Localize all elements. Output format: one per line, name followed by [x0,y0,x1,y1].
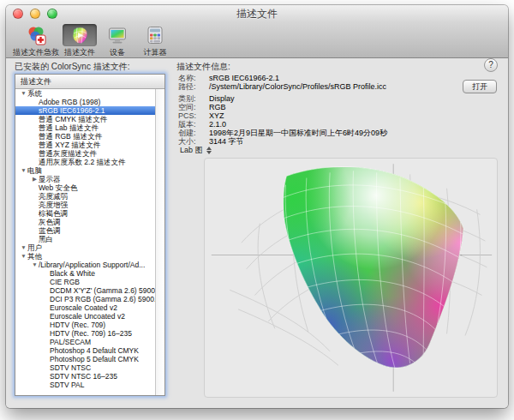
titlebar[interactable]: 描述文件 [6,5,508,22]
tree-item[interactable]: 灰色调 [15,218,155,226]
profile-info-rows: 名称: sRGB IEC61966-2.1 路径: /System/Librar… [178,74,457,146]
tree-item[interactable]: 普通 RGB 描述文件 [15,132,155,141]
toolbar-profile-first-aid[interactable]: 描述文件急救 [13,22,59,58]
tree-item[interactable]: 系统 [15,89,155,98]
info-row: 路径: /System/Library/ColorSync/Profiles/s… [178,82,457,91]
tree-item[interactable]: DCDM X'Y'Z' (Gamma 2.6) 5900... [15,286,155,295]
toolbar-devices[interactable]: 设备 [100,22,134,58]
info-value: /System/Library/ColorSync/Profiles/sRGB … [209,82,386,91]
tree-item[interactable]: SDTV NTSC [15,363,155,372]
tree-item[interactable]: 用户 [15,243,155,252]
disclosure-triangle-icon[interactable] [31,261,39,269]
tree-item-label: 蓝色调 [39,226,61,235]
disclosure-triangle-icon[interactable] [31,175,39,183]
disclosure-triangle-icon[interactable] [20,89,27,98]
info-row: 类别: Display [178,94,457,103]
tree-item-label: 电脑 [27,166,42,175]
info-value: 3144 字节 [209,137,244,146]
content-area: 已安装的 ColorSync 描述文件: 描述文件 系统 Adobe RGB (… [6,58,508,408]
tree-item-label: 亮度减弱 [39,192,68,201]
toolbar: 描述文件急救 描述文件 [6,22,508,58]
profiles-listbox: 描述文件 系统 Adobe RGB (1998) sRGB IEC61966-2… [15,74,165,396]
info-row: 大小: 3144 字节 [178,137,457,146]
tree-item[interactable]: 电脑 [15,166,155,175]
tree-item-label: CIE RGB [50,278,80,286]
profiles-icon [63,24,97,46]
tree-item-label: DCDM X'Y'Z' (Gamma 2.6) 5900... [50,286,155,295]
tree-item[interactable]: 普通灰度描述文件 [15,149,155,158]
tree-item[interactable]: 其他 [15,252,155,261]
open-button[interactable]: 打开 [463,80,497,93]
tree-item-label: SDTV NTSC 16–235 [50,372,117,381]
tree-item[interactable]: 普通 XYZ 描述文件 [15,141,155,149]
lab-plot-popup[interactable]: Lab 图 [180,145,212,156]
tree-item[interactable]: SDTV PAL [15,381,155,389]
tree-item[interactable]: SDTV NTSC 16–235 [15,372,155,381]
tree-item-label: HDTV (Rec. 709) [50,321,105,329]
tree-item[interactable]: HDTV (Rec. 709) [15,321,155,329]
tree-item-label: 普通灰度描述文件 [39,149,97,158]
profiles-tree: 系统 Adobe RGB (1998) sRGB IEC61966-2.1 普通… [15,89,155,395]
tree-item[interactable]: 显示器 [15,175,155,183]
devices-icon [100,24,134,46]
tree-item[interactable]: 亮度增强 [15,201,155,209]
tree-item-label: DCI P3 RGB (Gamma 2.6) 5900... [50,295,155,303]
info-row: 空间: RGB [178,103,457,111]
gamut-3d-view [205,159,497,397]
tree-item[interactable]: CIE RGB [15,278,155,286]
tree-item-label: 其他 [27,252,42,261]
info-value: 1998年2月9日星期一中国标准时间上午6时49分09秒 [209,129,387,137]
calculator-icon [138,24,172,46]
disclosure-triangle-icon[interactable] [20,252,27,261]
info-label: 创建: [178,129,209,137]
tree-item[interactable]: Black & White [15,269,155,278]
tree-item-label: 普通 RGB 描述文件 [39,132,102,141]
help-button[interactable]: ? [484,58,498,72]
tree-item[interactable]: Euroscale Coated v2 [15,303,155,312]
tree-item[interactable]: Web 安全色 [15,183,155,192]
info-value: sRGB IEC61966-2.1 [209,74,279,82]
tree-item[interactable]: DCI P3 RGB (Gamma 2.6) 5900... [15,295,155,303]
toolbar-label: 计算器 [144,47,167,58]
tree-item[interactable]: Photoshop 4 Default CMYK [15,346,155,355]
tree-item-label: 亮度增强 [39,201,68,209]
info-label: 名称: [178,74,209,82]
tree-item-label: 通用灰度系数 2.2 描述文件 [39,158,126,166]
tree-item-label: 棕褐色调 [39,209,68,218]
info-row: 创建: 1998年2月9日星期一中国标准时间上午6时49分09秒 [178,129,457,137]
tree-item-label: 灰色调 [39,218,61,226]
tree-item-label: /Library/Application Support/Ad... [39,261,145,269]
profile-first-aid-icon [19,24,53,46]
info-value: XYZ [209,111,224,120]
lab-gamut-plot[interactable] [204,158,498,398]
tree-item-label: 系统 [27,89,42,98]
tree-item[interactable]: Photoshop 5 Default CMYK [15,355,155,363]
info-row: 名称: sRGB IEC61966-2.1 [178,74,457,82]
disclosure-triangle-icon[interactable] [20,243,27,252]
tree-item[interactable]: Adobe RGB (1998) [15,98,155,106]
toolbar-profiles[interactable]: 描述文件 [63,22,97,58]
tree-item[interactable]: Euroscale Uncoated v2 [15,312,155,321]
tree-item[interactable]: PAL/SECAM [15,338,155,346]
info-label: 空间: [178,103,209,111]
tree-item[interactable]: /Library/Application Support/Ad... [15,261,155,269]
tree-item-label: Adobe RGB (1998) [39,98,100,106]
disclosure-triangle-icon[interactable] [20,166,27,175]
tree-item[interactable]: HDTV (Rec. 709) 16–235 [15,329,155,338]
tree-item[interactable]: sRGB IEC61966-2.1 [15,106,155,115]
tree-item[interactable]: 蓝色调 [15,226,155,235]
tree-item-label: SDTV PAL [50,381,84,389]
tree-item[interactable]: 通用灰度系数 2.2 描述文件 [15,158,155,166]
tree-item[interactable]: 亮度减弱 [15,192,155,201]
profile-info-heading: 描述文件信息: [176,61,230,73]
tree-item-label: Photoshop 4 Default CMYK [50,346,139,355]
info-label: 路径: [178,82,209,91]
list-scrollbar[interactable] [155,89,164,395]
tree-item[interactable]: 普通 Lab 描述文件 [15,123,155,132]
tree-item-label: 普通 XYZ 描述文件 [39,141,100,149]
tree-item[interactable]: 棕褐色调 [15,209,155,218]
tree-item[interactable]: 黑白 [15,235,155,243]
tree-item[interactable]: 普通 CMYK 描述文件 [15,115,155,123]
toolbar-calculator[interactable]: 计算器 [138,22,172,58]
list-column-header[interactable]: 描述文件 [15,75,164,89]
